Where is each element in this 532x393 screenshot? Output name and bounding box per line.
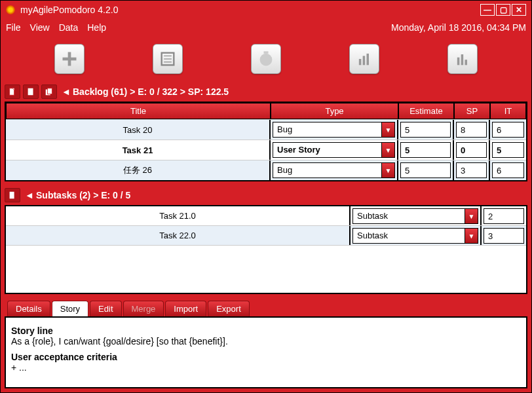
subtask-title: Task 22.0 <box>6 226 351 245</box>
col-title[interactable]: Title <box>6 103 271 119</box>
sp-input[interactable] <box>456 122 487 138</box>
it-input[interactable] <box>492 162 524 178</box>
pages-icon <box>45 87 54 96</box>
estimate-input[interactable] <box>400 162 451 178</box>
chart2-button[interactable] <box>447 44 478 74</box>
close-button[interactable]: ✕ <box>512 4 526 16</box>
list-button[interactable] <box>153 44 183 74</box>
svg-rect-10 <box>367 54 370 66</box>
type-value: Subtask <box>353 209 465 223</box>
svg-rect-12 <box>461 54 464 65</box>
subtask-nav-back[interactable]: ◄ <box>24 189 35 201</box>
svg-rect-17 <box>47 88 52 94</box>
tab-import[interactable]: Import <box>165 301 206 316</box>
subtask-refresh-button[interactable] <box>5 188 20 202</box>
criteria-text: + ... <box>11 362 521 373</box>
chevron-down-icon[interactable]: ▼ <box>465 209 478 223</box>
datetime-label: Monday, April 18 2016, 04:34 PM <box>391 22 526 33</box>
sp-input[interactable] <box>456 142 487 158</box>
svg-rect-1 <box>63 58 77 61</box>
col-it[interactable]: IT <box>490 103 526 119</box>
tab-edit[interactable]: Edit <box>90 301 121 316</box>
chart2-icon <box>453 50 472 68</box>
page-icon <box>8 191 17 200</box>
chevron-down-icon[interactable]: ▼ <box>381 163 394 178</box>
it-input[interactable] <box>492 122 524 138</box>
subtask-row[interactable]: Task 21.0Subtask▼ <box>6 206 526 226</box>
col-type[interactable]: Type <box>271 103 398 119</box>
svg-rect-18 <box>10 192 14 199</box>
estimate-input[interactable] <box>400 122 451 138</box>
tab-story[interactable]: Story <box>52 301 88 316</box>
row-title: Task 21 <box>6 140 271 160</box>
type-dropdown[interactable]: Bug▼ <box>273 162 395 178</box>
subtask-title: Task 21.0 <box>6 206 351 225</box>
new-page-button[interactable] <box>23 84 39 99</box>
subtask-num-input[interactable] <box>484 208 524 224</box>
type-value: Subtask <box>353 229 465 243</box>
svg-rect-13 <box>465 60 468 65</box>
subtask-type-dropdown[interactable]: Subtask▼ <box>352 228 478 244</box>
svg-point-6 <box>260 54 273 66</box>
app-icon <box>6 5 15 14</box>
subtask-num-input[interactable] <box>484 228 524 244</box>
story-panel[interactable]: Story line As a {role}, I can/want {goal… <box>5 316 527 388</box>
criteria-heading: User acceptance criteria <box>11 352 521 362</box>
svg-rect-15 <box>28 88 33 96</box>
estimate-input[interactable] <box>400 142 451 158</box>
tab-details[interactable]: Details <box>7 301 50 316</box>
menu-file[interactable]: File <box>6 22 21 33</box>
duplicate-button[interactable] <box>41 84 57 99</box>
page-icon <box>8 87 17 96</box>
menu-data[interactable]: Data <box>59 22 79 33</box>
backlog-section-bar: ◄ Backlog (61) > E: 0 / 322 > SP: 122.5 <box>1 82 531 102</box>
chart-icon <box>355 50 373 68</box>
subtask-row[interactable]: Task 22.0Subtask▼ <box>6 226 526 246</box>
subtask-type-dropdown[interactable]: Subtask▼ <box>352 208 478 224</box>
table-row[interactable]: 任务 26Bug▼ <box>6 160 526 180</box>
detail-tabs: Details Story Edit Merge Import Export <box>1 298 531 316</box>
timer-icon <box>257 50 275 68</box>
chevron-down-icon[interactable]: ▼ <box>381 143 394 157</box>
col-estimate[interactable]: Estimate <box>398 103 454 119</box>
nav-back[interactable]: ◄ <box>61 86 71 98</box>
svg-rect-9 <box>363 56 366 65</box>
menu-view[interactable]: View <box>30 22 50 33</box>
table-row[interactable]: Task 21User Story▼ <box>6 140 526 160</box>
menu-help[interactable]: Help <box>87 22 106 33</box>
timer-button[interactable] <box>251 44 281 74</box>
refresh-button[interactable] <box>5 84 20 99</box>
minimize-button[interactable]: — <box>480 4 495 16</box>
maximize-button[interactable]: ▢ <box>496 4 510 16</box>
chart-button[interactable] <box>349 44 379 74</box>
type-dropdown[interactable]: Bug▼ <box>273 122 395 138</box>
svg-rect-7 <box>264 51 269 54</box>
col-sp[interactable]: SP <box>454 103 490 119</box>
titlebar: myAgilePomodoro 4.2.0 — ▢ ✕ <box>1 1 531 19</box>
svg-rect-8 <box>359 59 362 65</box>
type-value: Bug <box>273 122 381 137</box>
type-value: User Story <box>273 143 381 157</box>
sp-input[interactable] <box>456 162 487 178</box>
story-line: As a {role}, I can/want {goal/desire} [s… <box>11 336 521 346</box>
add-button[interactable] <box>54 44 85 74</box>
main-toolbar <box>1 36 531 82</box>
chevron-down-icon[interactable]: ▼ <box>465 229 478 243</box>
table-row[interactable]: Task 20Bug▼ <box>6 119 526 140</box>
backlog-table: Title Type Estimate SP IT Task 20Bug▼Tas… <box>5 102 527 181</box>
page-icon <box>26 87 35 96</box>
subtasks-table: Task 21.0Subtask▼Task 22.0Subtask▼ <box>5 205 527 294</box>
tab-merge: Merge <box>123 301 164 316</box>
type-dropdown[interactable]: User Story▼ <box>273 142 395 158</box>
tab-export[interactable]: Export <box>208 301 250 316</box>
type-value: Bug <box>273 163 381 178</box>
it-input[interactable] <box>492 142 524 158</box>
svg-rect-11 <box>457 58 460 66</box>
chevron-down-icon[interactable]: ▼ <box>381 122 394 137</box>
row-title: Task 20 <box>6 120 271 140</box>
list-icon <box>159 50 177 68</box>
story-heading: Story line <box>11 326 521 336</box>
window-title: myAgilePomodoro 4.2.0 <box>20 5 480 15</box>
menubar: File View Data Help Monday, April 18 201… <box>1 19 531 36</box>
subtasks-section-bar: ◄ Subtasks (2) > E: 0 / 5 <box>1 185 531 205</box>
